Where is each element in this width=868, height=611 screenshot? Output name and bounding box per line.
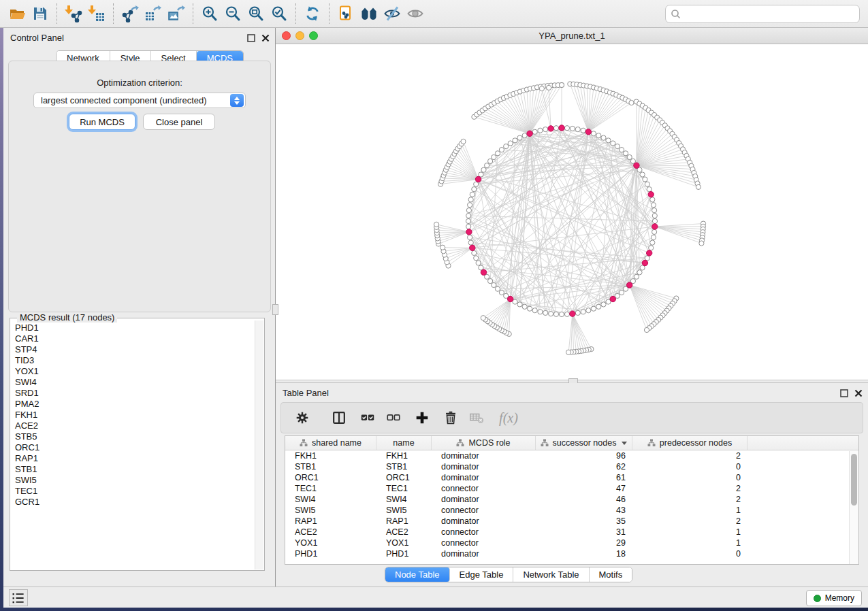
cell-predecessor_nodes[interactable]: 1 bbox=[632, 538, 748, 548]
network-node[interactable] bbox=[543, 310, 548, 315]
mcds-node[interactable] bbox=[481, 269, 486, 275]
zoom-in-button[interactable] bbox=[198, 3, 221, 24]
cell-predecessor_nodes[interactable]: 2 bbox=[632, 516, 748, 527]
cell-mcds_role[interactable]: dominator bbox=[432, 548, 536, 559]
network-node[interactable] bbox=[504, 144, 509, 149]
network-node[interactable] bbox=[495, 151, 500, 156]
mcds-result-item[interactable]: ACE2 bbox=[15, 420, 255, 431]
network-node[interactable] bbox=[466, 208, 471, 213]
column-header-successor-nodes[interactable]: successor nodes bbox=[536, 436, 632, 450]
cell-predecessor_nodes[interactable]: 1 bbox=[632, 505, 748, 516]
network-node[interactable] bbox=[581, 128, 585, 133]
network-node[interactable] bbox=[538, 310, 543, 314]
network-node[interactable] bbox=[488, 279, 493, 284]
cell-name[interactable]: ACE2 bbox=[376, 527, 432, 538]
cell-shared_name[interactable]: PHD1 bbox=[285, 548, 376, 559]
refresh-button[interactable] bbox=[301, 3, 324, 24]
network-node[interactable] bbox=[528, 306, 532, 311]
network-node[interactable] bbox=[495, 286, 500, 291]
cell-mcds_role[interactable]: connector bbox=[432, 527, 536, 538]
mcds-node[interactable] bbox=[634, 163, 639, 168]
column-header-MCDS-role[interactable]: MCDS role bbox=[432, 436, 536, 450]
network-node[interactable] bbox=[651, 203, 656, 208]
network-node[interactable] bbox=[492, 282, 496, 287]
network-node[interactable] bbox=[615, 144, 620, 149]
network-node[interactable] bbox=[461, 139, 466, 144]
cell-successor_nodes[interactable]: 29 bbox=[536, 538, 632, 548]
run-mcds-button[interactable]: Run MCDS bbox=[69, 114, 135, 130]
cell-predecessor_nodes[interactable]: 2 bbox=[632, 494, 748, 505]
column-header-shared-name[interactable]: shared name bbox=[285, 436, 376, 450]
network-node[interactable] bbox=[601, 302, 606, 307]
tab-edge-table[interactable]: Edge Table bbox=[450, 567, 514, 582]
mcds-node[interactable] bbox=[466, 229, 472, 235]
network-node[interactable] bbox=[488, 159, 493, 163]
add-column-button[interactable] bbox=[412, 408, 432, 428]
table-row[interactable]: ACE2ACE2connector311 bbox=[285, 527, 858, 538]
cell-predecessor_nodes[interactable]: 0 bbox=[632, 548, 748, 559]
network-node[interactable] bbox=[620, 290, 624, 295]
network-node[interactable] bbox=[532, 129, 537, 134]
criterion-select[interactable]: largest connected component (undirected) bbox=[33, 93, 246, 108]
mcds-node[interactable] bbox=[548, 126, 553, 131]
mcds-node[interactable] bbox=[610, 296, 615, 301]
cell-successor_nodes[interactable]: 96 bbox=[536, 450, 632, 461]
vertical-splitter-handle[interactable] bbox=[272, 304, 278, 315]
cell-mcds_role[interactable]: connector bbox=[432, 505, 536, 516]
network-node[interactable] bbox=[581, 310, 585, 314]
cell-successor_nodes[interactable]: 31 bbox=[536, 527, 632, 538]
mcds-node[interactable] bbox=[470, 245, 475, 250]
network-node[interactable] bbox=[466, 213, 471, 218]
cell-mcds_role[interactable]: dominator bbox=[432, 516, 536, 527]
table-row[interactable]: FKH1FKH1dominator962 bbox=[285, 450, 858, 461]
mcds-node[interactable] bbox=[570, 311, 575, 316]
network-node[interactable] bbox=[650, 197, 655, 202]
cell-name[interactable]: ORC1 bbox=[376, 472, 432, 483]
cell-shared_name[interactable]: YOX1 bbox=[285, 538, 376, 548]
hide-selected-button[interactable] bbox=[381, 3, 404, 24]
import-network-button[interactable] bbox=[62, 3, 85, 24]
mcds-node[interactable] bbox=[508, 296, 513, 301]
network-node[interactable] bbox=[470, 192, 475, 197]
cell-name[interactable]: PHD1 bbox=[376, 548, 432, 559]
network-node[interactable] bbox=[532, 308, 537, 313]
network-node[interactable] bbox=[508, 141, 513, 146]
network-node[interactable] bbox=[468, 197, 473, 202]
network-node[interactable] bbox=[492, 154, 496, 159]
mcds-node[interactable] bbox=[627, 282, 632, 288]
cell-mcds_role[interactable]: connector bbox=[432, 538, 536, 548]
open-file-button[interactable] bbox=[5, 3, 29, 24]
network-node[interactable] bbox=[637, 270, 642, 275]
network-node[interactable] bbox=[640, 172, 645, 177]
export-table-button[interactable] bbox=[142, 3, 165, 24]
zoom-out-button[interactable] bbox=[221, 3, 244, 24]
cell-shared_name[interactable]: RAP1 bbox=[285, 516, 376, 527]
network-node[interactable] bbox=[485, 163, 489, 168]
mcds-result-item[interactable]: FKH1 bbox=[15, 410, 255, 420]
network-node[interactable] bbox=[466, 224, 471, 229]
cell-name[interactable]: STB1 bbox=[376, 461, 432, 472]
mcds-result-item[interactable]: PHD1 bbox=[15, 323, 255, 333]
mcds-result-item[interactable]: PMA2 bbox=[15, 399, 255, 410]
table-row[interactable]: ORC1ORC1dominator610 bbox=[285, 472, 858, 483]
network-node[interactable] bbox=[699, 241, 704, 246]
mcds-node[interactable] bbox=[559, 125, 564, 131]
float-table-panel-button[interactable] bbox=[839, 389, 848, 397]
export-image-button[interactable] bbox=[165, 3, 188, 24]
table-row[interactable]: RAP1RAP1dominator352 bbox=[285, 516, 858, 527]
table-row[interactable]: SWI5SWI5connector431 bbox=[285, 505, 858, 516]
network-node[interactable] bbox=[472, 187, 477, 192]
cell-predecessor_nodes[interactable]: 1 bbox=[632, 527, 748, 538]
cell-successor_nodes[interactable]: 35 bbox=[536, 516, 632, 527]
table-scrollbar-thumb[interactable] bbox=[851, 454, 857, 506]
delete-table-button[interactable] bbox=[466, 408, 487, 428]
network-node[interactable] bbox=[549, 312, 553, 316]
network-node[interactable] bbox=[440, 245, 445, 250]
toggle-columns-button[interactable] bbox=[329, 408, 349, 428]
network-node[interactable] bbox=[649, 246, 654, 250]
network-node[interactable] bbox=[553, 126, 558, 131]
mcds-node[interactable] bbox=[642, 260, 647, 265]
network-node[interactable] bbox=[543, 127, 548, 132]
close-table-panel-button[interactable] bbox=[854, 389, 863, 397]
cell-mcds_role[interactable]: dominator bbox=[432, 450, 536, 461]
